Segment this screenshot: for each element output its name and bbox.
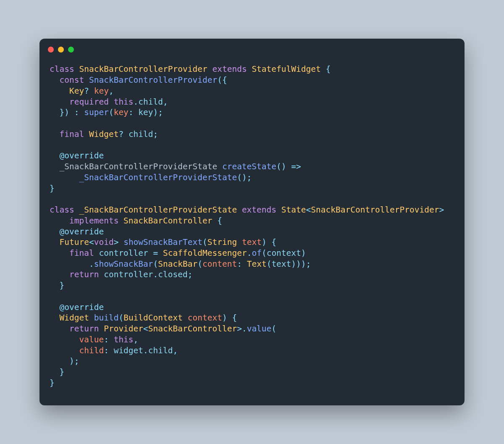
code-token: this <box>114 97 134 107</box>
code-token: < <box>306 205 311 215</box>
code-token: SnackBar <box>158 259 197 269</box>
code-token: . <box>134 97 139 107</box>
code-token <box>50 227 59 236</box>
code-token: return <box>69 270 104 279</box>
code-token: required <box>69 97 114 107</box>
code-token: createState <box>222 162 276 171</box>
code-token: String <box>207 237 237 247</box>
code-token: ( <box>197 259 202 269</box>
code-token: build <box>94 313 119 323</box>
code-token: @override <box>59 151 104 160</box>
code-token: , <box>109 86 114 96</box>
code-token: { <box>321 64 331 74</box>
code-token: closed <box>158 270 187 279</box>
code-token: SnackBarControllerProvider <box>89 75 217 85</box>
code-token: Provider <box>104 324 143 334</box>
code-token: ); <box>50 356 79 366</box>
code-token: showSnackBarText <box>123 237 202 247</box>
code-token: { <box>212 216 222 226</box>
window-titlebar <box>39 39 465 60</box>
code-token: SnackBarControllerProvider <box>311 205 439 215</box>
code-token: class <box>50 64 79 74</box>
code-token <box>50 248 69 258</box>
code-token: key <box>138 108 153 117</box>
code-token: ); <box>153 108 163 117</box>
code-token <box>50 324 69 334</box>
code-token: : <box>237 259 247 269</box>
code-token: ({ <box>217 75 227 85</box>
code-token <box>89 313 94 323</box>
code-token: > <box>114 237 123 247</box>
code-token: () => <box>276 162 301 171</box>
code-token: . <box>143 346 148 355</box>
code-token: ? <box>84 86 89 96</box>
code-token: ( <box>202 237 207 247</box>
code-token: child <box>79 346 104 355</box>
code-token: Widget <box>59 313 89 323</box>
code-token: ; <box>188 270 193 279</box>
code-token <box>50 270 69 279</box>
code-token: context <box>183 313 222 323</box>
code-token: ? <box>118 129 123 139</box>
code-token: ) { <box>222 313 237 323</box>
code-token: ( <box>109 108 114 117</box>
code-token: of <box>252 248 261 258</box>
code-token: }) : <box>50 108 84 117</box>
code-token: return <box>69 324 104 334</box>
code-token: extends <box>237 205 281 215</box>
zoom-icon[interactable] <box>68 47 74 53</box>
minimize-icon[interactable] <box>58 47 64 53</box>
code-token <box>50 335 79 344</box>
code-token: : <box>129 108 138 117</box>
code-token <box>50 129 59 139</box>
code-token: widget <box>114 346 143 355</box>
close-icon[interactable] <box>48 47 54 53</box>
code-token <box>50 97 69 107</box>
code-token: _SnackBarControllerProviderState <box>50 162 222 171</box>
code-token: _SnackBarControllerProviderState <box>79 205 237 215</box>
code-token: SnackBarController <box>148 324 237 334</box>
code-token: . <box>247 248 252 258</box>
code-token: . <box>153 270 158 279</box>
code-token: ; <box>153 129 158 139</box>
code-token: content <box>202 259 237 269</box>
code-token: < <box>143 324 148 334</box>
code-token <box>50 216 69 226</box>
code-token: _SnackBarControllerProviderState <box>79 173 237 182</box>
code-token: super <box>84 108 109 117</box>
code-token: controller <box>104 270 153 279</box>
code-token: child <box>138 97 163 107</box>
code-token: const <box>59 75 89 85</box>
code-window: class SnackBarControllerProvider extends… <box>39 39 465 405</box>
code-block: class SnackBarControllerProvider extends… <box>39 60 465 393</box>
code-token: ( <box>271 324 276 334</box>
code-token: child <box>123 129 153 139</box>
code-token: } <box>50 378 55 388</box>
code-token: extends <box>207 64 252 74</box>
code-token: , <box>173 346 178 355</box>
code-token: . <box>50 259 94 269</box>
code-token: @override <box>59 227 104 236</box>
code-token: class <box>50 205 79 215</box>
code-token: @override <box>59 302 104 312</box>
code-token: } <box>50 184 55 193</box>
code-token: Text <box>247 259 267 269</box>
code-token: Key <box>69 86 84 96</box>
code-token <box>50 346 79 355</box>
code-token <box>50 302 59 312</box>
code-token: } <box>50 281 64 290</box>
code-token <box>50 237 59 247</box>
code-token: > <box>439 205 444 215</box>
code-token: ))); <box>291 259 311 269</box>
code-token: SnackBarController <box>123 216 212 226</box>
code-token: = <box>148 248 163 258</box>
code-token: controller <box>99 248 148 258</box>
code-token: ( <box>267 259 272 269</box>
code-token: BuildContext <box>123 313 183 323</box>
code-token: : <box>104 335 113 344</box>
code-token: , <box>134 335 139 344</box>
code-token: ( <box>153 259 158 269</box>
code-token <box>50 86 69 96</box>
code-token: this <box>114 335 134 344</box>
code-token: ( <box>262 248 267 258</box>
